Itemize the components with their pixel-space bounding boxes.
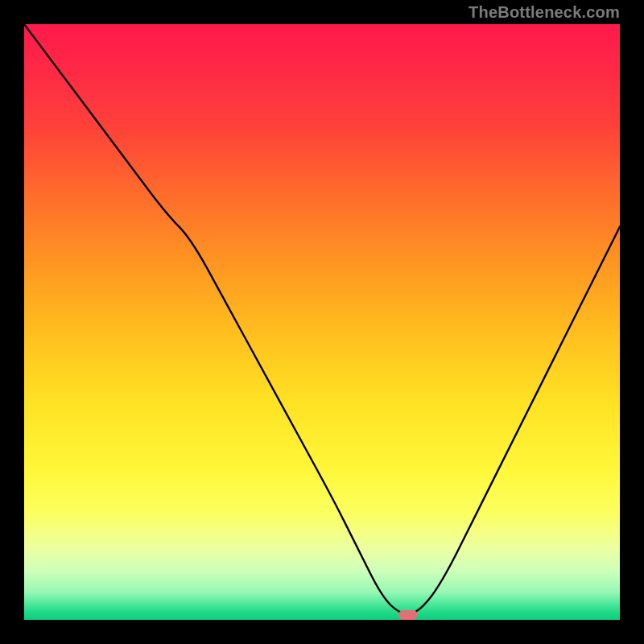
plot-area [24,24,620,620]
bottleneck-curve [24,24,620,620]
watermark-text: TheBottleneck.com [469,3,620,22]
chart-frame: TheBottleneck.com [0,0,644,644]
optimum-marker [398,610,418,620]
